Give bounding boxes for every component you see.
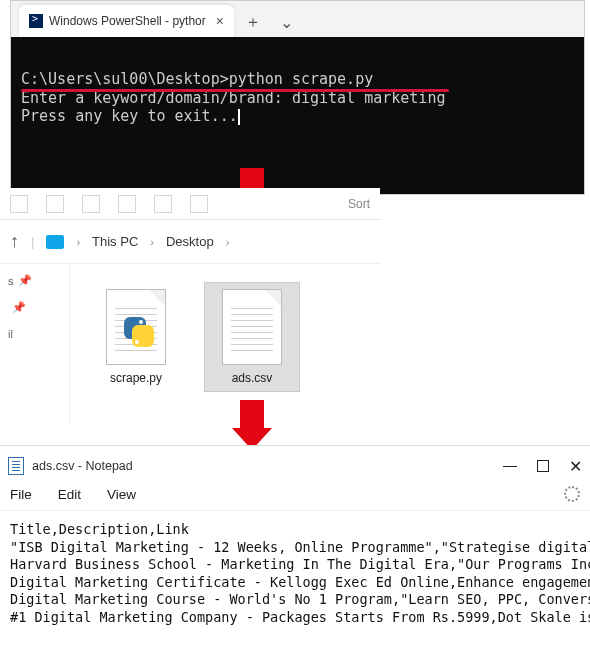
breadcrumb-separator-icon: ›: [150, 236, 154, 248]
file-scrape-py[interactable]: scrape.py: [88, 282, 184, 392]
terminal-body[interactable]: C:\Users\sul00\Desktop>python scrape.py …: [11, 37, 584, 194]
notepad-title: ads.csv - Notepad: [32, 459, 133, 473]
nav-up-icon[interactable]: ↑: [10, 231, 19, 252]
notepad-text-area[interactable]: Title,Description,Link "ISB Digital Mark…: [0, 510, 590, 636]
annotation-underline: [21, 89, 449, 92]
minimize-icon[interactable]: [503, 466, 517, 467]
explorer-window: Sort ↑ | › This PC › Desktop › s📌 📌 il s…: [0, 188, 380, 424]
terminal-tab-strip: Windows PowerShell - pythor × ＋ ⌄: [11, 1, 584, 37]
menu-file[interactable]: File: [10, 487, 32, 502]
annotation-arrow-2: [232, 400, 272, 450]
breadcrumb-this-pc[interactable]: This PC: [92, 234, 138, 249]
sidebar-item[interactable]: s📌: [8, 274, 61, 287]
toolbar-icon[interactable]: [190, 195, 208, 213]
close-icon[interactable]: ✕: [569, 457, 582, 476]
terminal-tab-dropdown-icon[interactable]: ⌄: [272, 7, 302, 37]
pin-icon: 📌: [18, 274, 32, 287]
breadcrumb-separator-icon: ›: [226, 236, 230, 248]
terminal-line-3: Press any key to exit...: [21, 107, 238, 125]
python-file-icon: [106, 289, 166, 365]
toolbar-icon[interactable]: [154, 195, 172, 213]
notepad-titlebar: ads.csv - Notepad ✕: [0, 446, 590, 486]
pin-icon: 📌: [12, 301, 26, 314]
terminal-window: Windows PowerShell - pythor × ＋ ⌄ C:\Use…: [10, 0, 585, 195]
file-ads-csv[interactable]: ads.csv: [204, 282, 300, 392]
settings-gear-icon[interactable]: [564, 486, 580, 502]
this-pc-icon: [46, 235, 64, 249]
sidebar-item[interactable]: 📌: [8, 301, 61, 314]
close-tab-icon[interactable]: ×: [216, 13, 224, 29]
toolbar-icon[interactable]: [46, 195, 64, 213]
toolbar-icon[interactable]: [82, 195, 100, 213]
breadcrumb-separator-icon: ›: [76, 236, 80, 248]
maximize-icon[interactable]: [537, 460, 549, 472]
breadcrumb-desktop[interactable]: Desktop: [166, 234, 214, 249]
terminal-line-1: C:\Users\sul00\Desktop>python scrape.py: [21, 70, 373, 88]
explorer-toolbar: Sort: [0, 188, 380, 220]
powershell-icon: [29, 14, 43, 28]
explorer-sidebar: s📌 📌 il: [0, 264, 70, 424]
menu-edit[interactable]: Edit: [58, 487, 81, 502]
terminal-cursor: [238, 109, 240, 126]
terminal-tab-active[interactable]: Windows PowerShell - pythor ×: [19, 5, 234, 37]
explorer-address-bar[interactable]: ↑ | › This PC › Desktop ›: [0, 220, 380, 264]
terminal-tab-title: Windows PowerShell - pythor: [49, 14, 206, 28]
text-file-icon: [222, 289, 282, 365]
notepad-menubar: File Edit View: [0, 486, 590, 510]
toolbar-icon[interactable]: [10, 195, 28, 213]
file-label: scrape.py: [93, 371, 179, 385]
file-label: ads.csv: [209, 371, 295, 385]
notepad-window: ads.csv - Notepad ✕ File Edit View Title…: [0, 445, 590, 636]
terminal-new-tab-button[interactable]: ＋: [238, 7, 268, 37]
toolbar-icon[interactable]: [118, 195, 136, 213]
menu-view[interactable]: View: [107, 487, 136, 502]
sidebar-item[interactable]: il: [8, 328, 61, 340]
explorer-file-pane[interactable]: scrape.py ads.csv: [70, 264, 380, 424]
notepad-app-icon: [8, 457, 24, 475]
toolbar-sort-label[interactable]: Sort: [348, 197, 370, 211]
